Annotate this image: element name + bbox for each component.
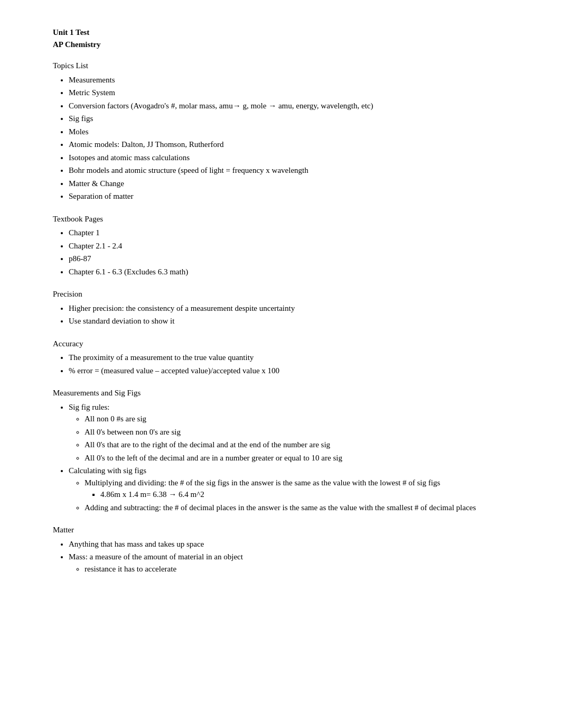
textbook-section: Textbook Pages Chapter 1 Chapter 2.1 - 2… [53, 213, 519, 278]
precision-list: Higher precision: the consistency of a m… [53, 302, 519, 327]
topics-section: Topics List Measurements Metric System C… [53, 60, 519, 202]
list-item: Anything that has mass and takes up spac… [69, 538, 519, 550]
matter-section: Matter Anything that has mass and takes … [53, 524, 519, 575]
list-item: 4.86m x 1.4 m= 6.38 → 6.4 m^2 [100, 489, 519, 501]
list-item: Chapter 6.1 - 6.3 (Excludes 6.3 math) [69, 266, 519, 278]
list-item: Moles [69, 126, 519, 138]
list-item: Adding and subtracting: the # of decimal… [85, 502, 519, 514]
matter-list: Anything that has mass and takes up spac… [53, 538, 519, 575]
accuracy-heading: Accuracy [53, 338, 519, 350]
textbook-heading: Textbook Pages [53, 213, 519, 225]
sig-fig-rules-sublist: All non 0 #s are sig All 0's between non… [69, 413, 519, 464]
list-item: % error = (measured value – accepted val… [69, 365, 519, 377]
accuracy-section: Accuracy The proximity of a measurement … [53, 338, 519, 377]
list-item: Mass: a measure of the amount of materia… [69, 551, 519, 575]
precision-heading: Precision [53, 288, 519, 300]
matter-heading: Matter [53, 524, 519, 536]
list-item: Chapter 2.1 - 2.4 [69, 240, 519, 252]
mass-label: Mass: a measure of the amount of materia… [69, 552, 243, 561]
list-item: p86-87 [69, 253, 519, 265]
list-item: Measurements [69, 74, 519, 86]
title-line2: AP Chemistry [53, 39, 519, 51]
list-item: All 0's that are to the right of the dec… [85, 439, 519, 451]
topics-heading: Topics List [53, 60, 519, 72]
list-item: Isotopes and atomic mass calculations [69, 152, 519, 164]
title-block: Unit 1 Test AP Chemistry [53, 26, 519, 50]
topics-list: Measurements Metric System Conversion fa… [53, 74, 519, 202]
list-item: Sig figs [69, 113, 519, 125]
list-item: Chapter 1 [69, 227, 519, 239]
sig-fig-rules-label: Sig fig rules: [69, 403, 110, 411]
list-item: The proximity of a measurement to the tr… [69, 352, 519, 364]
accuracy-list: The proximity of a measurement to the tr… [53, 352, 519, 376]
list-item: All 0's to the left of the decimal and a… [85, 452, 519, 464]
calc-sig-figs-label: Calculating with sig figs [69, 466, 146, 475]
list-item: Metric System [69, 87, 519, 99]
list-item: Multiplying and dividing: the # of the s… [85, 477, 519, 501]
list-item: Use standard deviation to show it [69, 315, 519, 327]
list-item: resistance it has to accelerate [85, 563, 519, 575]
example-sublist: 4.86m x 1.4 m= 6.38 → 6.4 m^2 [85, 489, 519, 501]
calc-sig-figs-sublist: Multiplying and dividing: the # of the s… [69, 477, 519, 514]
list-item: All 0's between non 0's are sig [85, 426, 519, 438]
list-item: Bohr models and atomic structure (speed … [69, 164, 519, 177]
title-line1: Unit 1 Test [53, 26, 519, 39]
precision-section: Precision Higher precision: the consiste… [53, 288, 519, 327]
list-item: Higher precision: the consistency of a m… [69, 302, 519, 315]
measurements-heading: Measurements and Sig Figs [53, 387, 519, 399]
list-item: Atomic models: Dalton, JJ Thomson, Ruthe… [69, 139, 519, 151]
measurements-section: Measurements and Sig Figs Sig fig rules:… [53, 387, 519, 513]
list-item: All non 0 #s are sig [85, 413, 519, 425]
list-item: Calculating with sig figs Multiplying an… [69, 465, 519, 513]
multiply-divide-label: Multiplying and dividing: the # of the s… [85, 478, 440, 487]
measurements-list: Sig fig rules: All non 0 #s are sig All … [53, 401, 519, 514]
mass-sublist: resistance it has to accelerate [69, 563, 519, 575]
list-item: Sig fig rules: All non 0 #s are sig All … [69, 401, 519, 464]
list-item: Conversion factors (Avogadro's #, molar … [69, 100, 519, 112]
textbook-list: Chapter 1 Chapter 2.1 - 2.4 p86-87 Chapt… [53, 227, 519, 278]
list-item: Matter & Change [69, 178, 519, 190]
list-item: Separation of matter [69, 190, 519, 202]
